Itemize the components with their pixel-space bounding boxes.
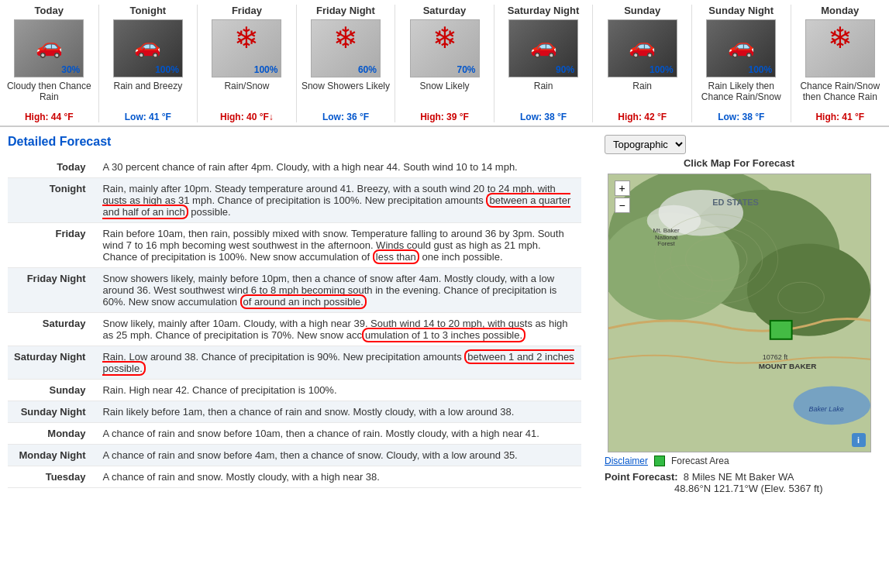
forecast-day-4[interactable]: Saturday ❄ 70% Snow Likely High: 39 °F — [395, 5, 494, 122]
table-row: FridayRain before 10am, then rain, possi… — [8, 223, 581, 268]
point-forecast-coords: 48.86°N 121.71°W (Elev. 5367 ft) — [674, 483, 823, 494]
forecast-text: Rain likely before 1am, then a chance of… — [96, 401, 581, 423]
click-map-label: Click Map For Forecast — [684, 157, 794, 169]
detailed-forecast-title: Detailed Forecast — [8, 135, 581, 149]
table-row: TonightRain, mainly after 10pm. Steady t… — [8, 178, 581, 223]
forecast-day-1[interactable]: Tonight 🚗 100% Rain and Breezy Low: 41 °… — [99, 5, 198, 122]
right-panel: Topographic Click Map For Forecast + − — [589, 127, 889, 502]
weather-desc: Snow Likely — [397, 81, 492, 108]
forecast-day-7[interactable]: Sunday Night 🚗 100% Rain Likely then Cha… — [692, 5, 791, 122]
point-forecast-value: 8 Miles NE Mt Baker WA — [684, 471, 794, 483]
weather-desc: Snow Showers Likely — [298, 81, 394, 108]
weather-desc: Chance Rain/Snow then Chance Rain — [793, 81, 888, 108]
forecast-area-label: Forecast Area — [671, 456, 729, 466]
table-row: Sunday NightRain likely before 1am, then… — [8, 401, 581, 423]
day-label: Tonight — [101, 5, 196, 16]
highlight-oval: between 1 and 2 inches possible. — [102, 349, 574, 376]
day-label: Friday Night — [298, 5, 394, 16]
temp-low: Low: 41 °F — [101, 112, 196, 122]
main-content: Detailed Forecast TodayA 30 percent chan… — [0, 127, 889, 502]
forecast-text: Rain. Low around 38. Chance of precipita… — [96, 346, 581, 380]
table-row: TodayA 30 percent chance of rain after 4… — [8, 156, 581, 178]
highlight-oval: less than — [373, 249, 419, 264]
period-label: Tonight — [8, 178, 96, 223]
forecast-day-2[interactable]: Friday ❄ 100% Rain/Snow High: 40 °F↓ — [198, 5, 297, 122]
day-label: Saturday — [397, 5, 492, 16]
highlight-oval: between a quarter and half of an inch — [102, 193, 570, 219]
svg-text:National: National — [654, 234, 677, 241]
map-info-button[interactable]: i — [852, 433, 866, 447]
svg-text:Forest: Forest — [657, 241, 675, 248]
svg-text:10762 ft: 10762 ft — [762, 353, 787, 361]
day-label: Today — [2, 5, 97, 16]
topo-map-svg: Baker Lake Mt. Baker National Forest 107… — [608, 174, 870, 452]
temp-high: High: 44 °F — [2, 112, 97, 122]
table-row: Saturday NightRain. Low around 38. Chanc… — [8, 346, 581, 380]
map-container[interactable]: + − — [608, 174, 871, 452]
zoom-in-button[interactable]: + — [615, 181, 630, 196]
map-controls-row: Topographic — [605, 135, 686, 154]
forecast-day-3[interactable]: Friday Night ❄ 60% Snow Showers Likely L… — [297, 5, 396, 122]
weather-desc: Rain and Breezy — [101, 81, 196, 108]
forecast-table: TodayA 30 percent chance of rain after 4… — [8, 156, 581, 488]
forecast-day-6[interactable]: Sunday 🚗 100% Rain High: 42 °F — [593, 5, 692, 122]
disclaimer-link[interactable]: Disclaimer — [605, 456, 648, 466]
period-label: Tuesday — [8, 466, 96, 488]
point-forecast-label: Point Forecast: — [605, 471, 678, 483]
svg-text:Baker Lake: Baker Lake — [808, 405, 843, 413]
period-label: Today — [8, 156, 96, 178]
disclaimer-row: Disclaimer Forecast Area — [605, 456, 729, 466]
forecast-day-8[interactable]: Monday ❄ Chance Rain/Snow then Chance Ra… — [791, 5, 890, 122]
table-row: TuesdayA chance of rain and snow. Mostly… — [8, 466, 581, 488]
forecast-day-0[interactable]: Today 🚗 30% Cloudy then Chance Rain High… — [0, 5, 99, 122]
forecast-text: Snow likely, mainly after 10am. Cloudy, … — [96, 313, 581, 346]
weather-desc: Rain — [594, 81, 690, 108]
temp-high: High: 40 °F↓ — [199, 112, 295, 122]
highlight-oval: umulation of 1 to 3 inches possible. — [362, 328, 525, 342]
forecast-text: Rain before 10am, then rain, possibly mi… — [96, 223, 581, 268]
weather-desc: Rain/Snow — [199, 81, 295, 108]
day-label: Monday — [793, 5, 888, 16]
forecast-area-box — [654, 456, 665, 466]
svg-text:ED STATES: ED STATES — [712, 198, 759, 207]
period-label: Saturday — [8, 313, 96, 346]
temp-low: Low: 38 °F — [694, 112, 789, 122]
table-row: Monday NightA chance of rain and snow be… — [8, 445, 581, 466]
map-zoom-controls: + − — [615, 181, 630, 213]
period-label: Sunday — [8, 380, 96, 401]
day-label: Saturday Night — [496, 5, 591, 16]
day-label: Sunday — [594, 5, 690, 16]
forecast-text: Rain. High near 42. Chance of precipitat… — [96, 380, 581, 401]
period-label: Monday Night — [8, 445, 96, 466]
weather-desc: Cloudy then Chance Rain — [2, 81, 97, 108]
detailed-forecast-panel: Detailed Forecast TodayA 30 percent chan… — [0, 127, 589, 502]
period-label: Saturday Night — [8, 346, 96, 380]
map-type-dropdown[interactable]: Topographic — [605, 135, 686, 154]
forecast-text: A 30 percent chance of rain after 4pm. C… — [96, 156, 581, 178]
period-label: Friday Night — [8, 268, 96, 313]
period-label: Sunday Night — [8, 401, 96, 423]
weather-desc: Rain — [496, 81, 591, 108]
forecast-text: A chance of rain and snow before 10am, t… — [96, 423, 581, 445]
forecast-text: Snow showers likely, mainly before 10pm,… — [96, 268, 581, 313]
zoom-out-button[interactable]: − — [615, 198, 630, 213]
forecast-day-5[interactable]: Saturday Night 🚗 90% Rain Low: 38 °F — [494, 5, 594, 122]
temp-low: Low: 38 °F — [496, 112, 591, 122]
svg-text:MOUNT BAKER: MOUNT BAKER — [758, 362, 816, 370]
point-forecast-row: Point Forecast: 8 Miles NE Mt Baker WA 4… — [605, 471, 823, 494]
temp-low: Low: 36 °F — [298, 112, 394, 122]
svg-point-5 — [746, 244, 870, 336]
table-row: Friday NightSnow showers likely, mainly … — [8, 268, 581, 313]
forecast-text: A chance of rain and snow. Mostly cloudy… — [96, 466, 581, 488]
period-label: Friday — [8, 223, 96, 268]
day-label: Friday — [199, 5, 295, 16]
table-row: SaturdaySnow likely, mainly after 10am. … — [8, 313, 581, 346]
forecast-text: Rain, mainly after 10pm. Steady temperat… — [96, 178, 581, 223]
weather-desc: Rain Likely then Chance Rain/Snow — [694, 81, 789, 108]
temp-high: High: 41 °F — [793, 112, 888, 122]
table-row: MondayA chance of rain and snow before 1… — [8, 423, 581, 445]
forecast-strip: Today 🚗 30% Cloudy then Chance Rain High… — [0, 0, 889, 127]
forecast-text: A chance of rain and snow before 4am, th… — [96, 445, 581, 466]
period-label: Monday — [8, 423, 96, 445]
svg-rect-15 — [770, 321, 791, 339]
